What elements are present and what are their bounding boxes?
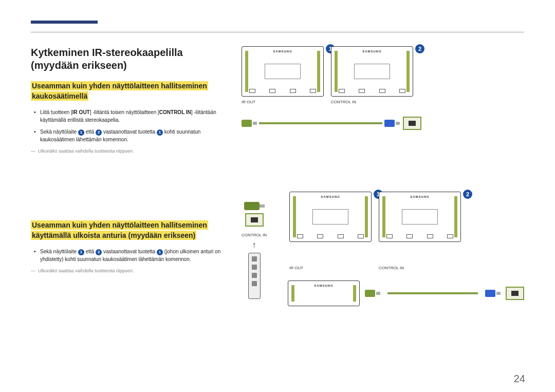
note: Ulkonäkö saattaa vaihdella tuotteesta ri… — [31, 268, 226, 273]
left-column: Kytkeminen IR-stereokaapelilla (myydään … — [31, 46, 226, 309]
subtitle-1-line2: kaukosäätimellä — [31, 91, 88, 101]
ir-out-label: IR OUT — [242, 100, 324, 104]
green-plug-icon — [242, 120, 257, 127]
monitor-back-icon: SAMSUNG — [379, 192, 461, 242]
badge-1-icon: 1 — [78, 249, 84, 255]
monitor-back-icon: SAMSUNG — [331, 46, 413, 97]
badge-2-icon: 2 — [96, 249, 102, 255]
badge-2-icon: 2 — [463, 190, 472, 199]
monitor-1: SAMSUNG IR OUT 1 — [289, 192, 372, 270]
diagram-1: SAMSUNG IR OUT 1 SAMSUNG CONTROL IN 2 — [242, 46, 524, 104]
diagram-2-lower: SAMSUNG — [288, 281, 524, 306]
section-1-bullets: Liitä tuotteen [IR OUT] -liitäntä toisen… — [34, 108, 226, 143]
badge-1-icon: 1 — [157, 129, 163, 136]
section-2-bullets: Sekä näyttölaite 1 että 2 vastaanottavat… — [34, 248, 226, 263]
subtitle-2-line2: käyttämällä ulkoista anturia (myydään er… — [31, 231, 196, 240]
section-1-text: Useamman kuin yhden näyttölaitteen halli… — [31, 81, 226, 154]
section-2-subtitle: Useamman kuin yhden näyttölaitteen halli… — [31, 220, 226, 240]
section-2-text: Useamman kuin yhden näyttölaitteen halli… — [31, 220, 226, 273]
blue-plug-icon — [485, 290, 501, 297]
badge-2-icon: 2 — [415, 44, 424, 53]
control-in-label: CONTROL IN — [242, 233, 267, 237]
section-1-subtitle: Useamman kuin yhden näyttölaitteen halli… — [31, 81, 226, 101]
blue-plug-icon — [384, 120, 400, 127]
subtitle-2-line1: Useamman kuin yhden näyttölaitteen halli… — [31, 220, 208, 230]
jack-box-icon — [403, 117, 421, 130]
badge-1-icon: 1 — [157, 249, 163, 255]
list-item: Sekä näyttölaite 1 että 2 vastaanottavat… — [34, 128, 226, 143]
monitor-small-icon: SAMSUNG — [288, 281, 360, 306]
subtitle-1-line1: Useamman kuin yhden näyttölaitteen halli… — [31, 81, 208, 90]
monitor-2: SAMSUNG CONTROL IN 2 — [379, 192, 461, 270]
jack-box-icon — [245, 213, 264, 227]
accent-bar — [31, 21, 98, 24]
sensor-column: CONTROL IN ↑ — [242, 202, 267, 299]
arrow-up-icon: ↑ — [252, 240, 256, 250]
jack-box-icon — [506, 287, 524, 300]
note: Ulkonäkö saattaa vaihdella tuotteesta ri… — [31, 148, 226, 154]
remote-control-icon — [248, 253, 261, 299]
diagram-2: CONTROL IN ↑ SAMSUNG IR OUT — [242, 192, 524, 306]
page-number: 24 — [514, 373, 525, 385]
page: Kytkeminen IR-stereokaapelilla (myydään … — [0, 0, 555, 392]
page-title: Kytkeminen IR-stereokaapelilla (myydään … — [31, 46, 226, 72]
top-rule — [31, 32, 524, 32]
control-in-label: CONTROL IN — [379, 266, 461, 270]
green-plug-icon — [365, 290, 380, 297]
list-item: Sekä näyttölaite 1 että 2 vastaanottavat… — [34, 248, 226, 263]
badge-1-icon: 1 — [78, 129, 84, 136]
ir-out-label: IR OUT — [289, 266, 372, 270]
sensor-plug-icon — [244, 202, 265, 210]
monitor-back-icon: SAMSUNG — [289, 192, 372, 242]
monitor-1: SAMSUNG IR OUT 1 — [242, 46, 324, 104]
right-column: SAMSUNG IR OUT 1 SAMSUNG CONTROL IN 2 — [242, 46, 524, 309]
cable-1 — [242, 117, 421, 130]
badge-2-icon: 2 — [96, 129, 102, 136]
monitor-2: SAMSUNG CONTROL IN 2 — [331, 46, 413, 104]
list-item: Liitä tuotteen [IR OUT] -liitäntä toisen… — [34, 108, 226, 124]
control-in-label: CONTROL IN — [331, 100, 413, 104]
content-columns: Kytkeminen IR-stereokaapelilla (myydään … — [31, 46, 524, 309]
monitor-back-icon: SAMSUNG — [242, 46, 324, 97]
